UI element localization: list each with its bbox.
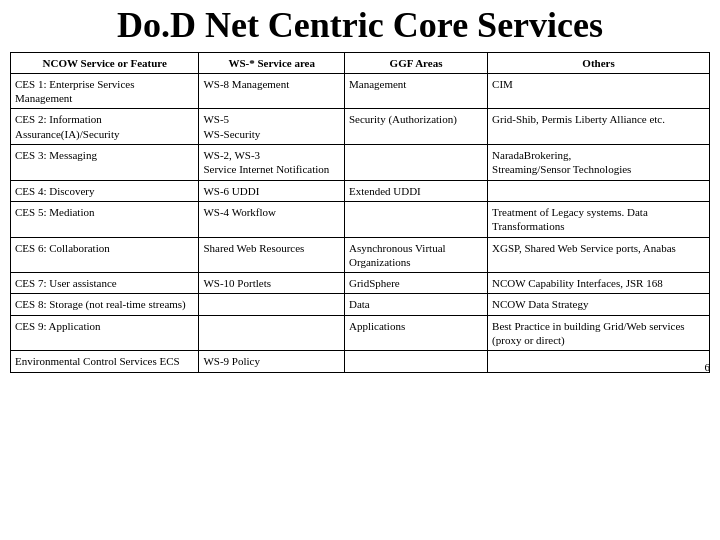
cell-ncow-4: CES 5: Mediation xyxy=(11,201,199,237)
cell-ggf-1: Security (Authorization) xyxy=(344,109,487,145)
table-row: CES 5: MediationWS-4 WorkflowTreatment o… xyxy=(11,201,710,237)
cell-others-1: Grid-Shib, Permis Liberty Alliance etc. xyxy=(488,109,710,145)
cell-others-2: NaradaBrokering,Streaming/Sensor Technol… xyxy=(488,145,710,181)
cell-others-5: XGSP, Shared Web Service ports, Anabas xyxy=(488,237,710,273)
cell-ggf-3: Extended UDDI xyxy=(344,180,487,201)
table-row: CES 6: CollaborationShared Web Resources… xyxy=(11,237,710,273)
cell-others-7: NCOW Data Strategy xyxy=(488,294,710,315)
page-title: Do.D Net Centric Core Services xyxy=(10,6,710,46)
cell-ncow-0: CES 1: Enterprise Services Management xyxy=(11,73,199,109)
cell-ggf-6: GridSphere xyxy=(344,273,487,294)
header-others: Others xyxy=(488,52,710,73)
cell-ncow-8: CES 9: Application xyxy=(11,315,199,351)
cell-others-3 xyxy=(488,180,710,201)
header-ggf: GGF Areas xyxy=(344,52,487,73)
cell-ws-4: WS-4 Workflow xyxy=(199,201,345,237)
table-row: CES 3: MessagingWS-2, WS-3Service Intern… xyxy=(11,145,710,181)
cell-ncow-3: CES 4: Discovery xyxy=(11,180,199,201)
cell-ggf-8: Applications xyxy=(344,315,487,351)
table-row: CES 7: User assistanceWS-10 PortletsGrid… xyxy=(11,273,710,294)
cell-ggf-5: Asynchronous Virtual Organizations xyxy=(344,237,487,273)
main-table: NCOW Service or Feature WS-* Service are… xyxy=(10,52,710,373)
table-row: CES 2: Information Assurance(IA)/Securit… xyxy=(11,109,710,145)
cell-ggf-2 xyxy=(344,145,487,181)
header-ncow: NCOW Service or Feature xyxy=(11,52,199,73)
cell-ncow-5: CES 6: Collaboration xyxy=(11,237,199,273)
cell-ncow-2: CES 3: Messaging xyxy=(11,145,199,181)
cell-ggf-9 xyxy=(344,351,487,372)
cell-ws-9: WS-9 Policy xyxy=(199,351,345,372)
cell-ggf-7: Data xyxy=(344,294,487,315)
cell-others-8: Best Practice in building Grid/Web servi… xyxy=(488,315,710,351)
cell-ws-2: WS-2, WS-3Service Internet Notification xyxy=(199,145,345,181)
cell-ws-6: WS-10 Portlets xyxy=(199,273,345,294)
cell-ws-8 xyxy=(199,315,345,351)
cell-ncow-6: CES 7: User assistance xyxy=(11,273,199,294)
cell-ws-0: WS-8 Management xyxy=(199,73,345,109)
cell-others-4: Treatment of Legacy systems. Data Transf… xyxy=(488,201,710,237)
cell-ws-3: WS-6 UDDI xyxy=(199,180,345,201)
table-row: Environmental Control Services ECSWS-9 P… xyxy=(11,351,710,372)
table-row: CES 9: ApplicationApplicationsBest Pract… xyxy=(11,315,710,351)
cell-ggf-4 xyxy=(344,201,487,237)
cell-ncow-7: CES 8: Storage (not real-time streams) xyxy=(11,294,199,315)
cell-others-0: CIM xyxy=(488,73,710,109)
table-row: CES 1: Enterprise Services ManagementWS-… xyxy=(11,73,710,109)
cell-ws-7 xyxy=(199,294,345,315)
cell-ggf-0: Management xyxy=(344,73,487,109)
table-row: CES 8: Storage (not real-time streams)Da… xyxy=(11,294,710,315)
cell-ws-5: Shared Web Resources xyxy=(199,237,345,273)
cell-others-9 xyxy=(488,351,710,372)
cell-ncow-1: CES 2: Information Assurance(IA)/Securit… xyxy=(11,109,199,145)
cell-ncow-9: Environmental Control Services ECS xyxy=(11,351,199,372)
header-ws: WS-* Service area xyxy=(199,52,345,73)
table-row: CES 4: DiscoveryWS-6 UDDIExtended UDDI xyxy=(11,180,710,201)
page-number: 6 xyxy=(705,361,711,373)
cell-others-6: NCOW Capability Interfaces, JSR 168 xyxy=(488,273,710,294)
cell-ws-1: WS-5WS-Security xyxy=(199,109,345,145)
